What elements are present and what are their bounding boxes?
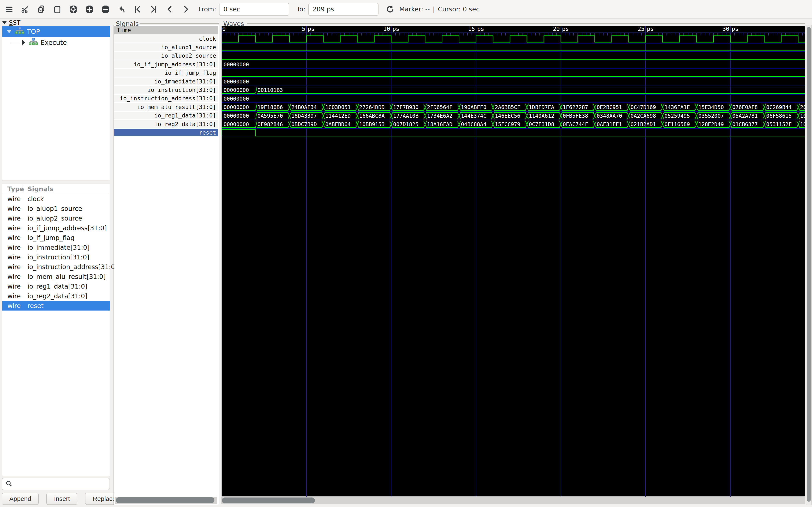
- svg-text:25: 25: [638, 26, 645, 32]
- table-row-io_aluop2_source[interactable]: wireio_aluop2_source: [2, 213, 110, 223]
- signal-row-io_immediate[interactable]: io_immediate[31:0]: [114, 77, 218, 86]
- svg-text:00000000: 00000000: [223, 104, 249, 110]
- go-last-button[interactable]: [148, 4, 159, 14]
- table-row-io_reg1_data[31:0][interactable]: wireio_reg1_data[31:0]: [2, 281, 110, 291]
- to-input[interactable]: [308, 3, 378, 16]
- column-header-type: Type: [2, 185, 22, 193]
- signal-row-io_if_jump_address[interactable]: io_if_jump_address[31:0]: [114, 60, 218, 68]
- collapse-triangle-icon[interactable]: [2, 21, 7, 24]
- tree-node-top[interactable]: TOP: [2, 26, 110, 37]
- signal-row-io_mem_alu_result[interactable]: io_mem_alu_result[31:0]: [114, 103, 218, 111]
- signal-table: Type Signals wireclockwireio_aluop1_sour…: [2, 184, 110, 476]
- signals-hscrollbar[interactable]: [115, 497, 217, 504]
- svg-text:128E2D49: 128E2D49: [699, 121, 724, 127]
- zoom-out-button[interactable]: [100, 4, 111, 14]
- svg-text:26C: 26C: [800, 104, 805, 110]
- svg-text:15E34D50: 15E34D50: [699, 104, 724, 110]
- cell-signal-name: io_instruction[31:0]: [22, 253, 90, 261]
- svg-text:1DBFD7EA: 1DBFD7EA: [529, 104, 554, 110]
- svg-text:0C269B44: 0C269B44: [766, 104, 792, 110]
- signals-panel: Time clockio_aluop1_sourceio_aluop2_sour…: [113, 25, 219, 505]
- cell-type: wire: [2, 244, 22, 251]
- svg-text:2A6BB5CF: 2A6BB5CF: [495, 104, 520, 110]
- svg-text:0FAC744F: 0FAC744F: [563, 121, 588, 127]
- tree-node-execute[interactable]: Execute: [2, 37, 110, 48]
- expander-open-icon[interactable]: [7, 30, 12, 33]
- marker-status: Marker: --: [399, 5, 430, 13]
- svg-text:0AE31EE1: 0AE31EE1: [597, 121, 622, 127]
- svg-text:5: 5: [302, 26, 305, 32]
- svg-text:00000000: 00000000: [223, 61, 249, 68]
- zoom-fit-button[interactable]: [68, 4, 79, 14]
- svg-text:24B0AF34: 24B0AF34: [291, 104, 317, 110]
- signal-row-io_reg2_data[interactable]: io_reg2_data[31:0]: [114, 120, 218, 128]
- search-box[interactable]: [2, 478, 110, 490]
- svg-text:0F982846: 0F982846: [257, 121, 283, 127]
- step-forward-button[interactable]: [181, 4, 191, 14]
- copy-button[interactable]: [36, 4, 47, 14]
- table-row-io_instruction_address[31:0][interactable]: wireio_instruction_address[31:0]: [2, 262, 110, 272]
- table-row-io_reg2_data[31:0][interactable]: wireio_reg2_data[31:0]: [2, 291, 110, 301]
- svg-text:15: 15: [468, 26, 475, 32]
- from-input[interactable]: [219, 3, 289, 16]
- svg-text:0348AA70: 0348AA70: [597, 113, 622, 119]
- signals-hscrollbar-thumb[interactable]: [116, 497, 214, 503]
- table-row-io_instruction[31:0][interactable]: wireio_instruction[31:0]: [2, 252, 110, 262]
- signal-row-io_aluop2_source[interactable]: io_aluop2_source: [114, 52, 218, 60]
- reload-button[interactable]: [385, 4, 395, 14]
- svg-text:ps: ps: [732, 26, 739, 32]
- zoom-in-button[interactable]: [84, 4, 95, 14]
- cut-button[interactable]: [20, 4, 31, 14]
- waves-canvas[interactable]: 05ps10ps15ps20ps25ps30ps0000000000000000…: [221, 26, 805, 496]
- table-row-io_aluop1_source[interactable]: wireio_aluop1_source: [2, 204, 110, 213]
- signal-row-reset[interactable]: reset: [114, 129, 218, 137]
- insert-button[interactable]: Insert: [46, 493, 78, 505]
- svg-text:0C47D169: 0C47D169: [630, 104, 656, 110]
- table-row-clock[interactable]: wireclock: [2, 194, 110, 204]
- signal-row-clock[interactable]: clock: [114, 35, 218, 43]
- go-first-button[interactable]: [133, 4, 143, 14]
- table-row-io_mem_alu_result[31:0][interactable]: wireio_mem_alu_result[31:0]: [2, 272, 110, 281]
- waves-hscrollbar-thumb[interactable]: [222, 498, 315, 503]
- waves-hscrollbar[interactable]: [221, 497, 805, 504]
- search-input[interactable]: [13, 481, 109, 488]
- svg-text:2FD6564F: 2FD6564F: [427, 104, 452, 110]
- signal-row-io_aluop1_source[interactable]: io_aluop1_source: [114, 43, 218, 51]
- signal-row-io_if_jump_flag[interactable]: io_if_jump_flag: [114, 69, 218, 77]
- waves-frame-label: Waves: [223, 20, 244, 27]
- svg-text:19F186B6: 19F186B6: [257, 104, 283, 110]
- to-label: To:: [297, 5, 305, 13]
- paste-button[interactable]: [52, 4, 63, 14]
- table-row-reset[interactable]: wirereset: [2, 301, 110, 311]
- sst-header[interactable]: SST: [2, 19, 20, 26]
- waves-vscrollbar-thumb[interactable]: [807, 27, 811, 502]
- menu-button[interactable]: [4, 4, 14, 14]
- signal-row-io_instruction_address[interactable]: io_instruction_address[31:0]: [114, 95, 218, 103]
- svg-text:ps: ps: [562, 26, 569, 32]
- svg-text:105: 105: [800, 113, 805, 119]
- svg-text:04BC88A4: 04BC88A4: [461, 121, 486, 127]
- cell-signal-name: io_instruction_address[31:0]: [22, 263, 117, 271]
- svg-text:1734E6A2: 1734E6A2: [427, 113, 452, 119]
- table-row-io_if_jump_address[31:0][interactable]: wireio_if_jump_address[31:0]: [2, 223, 110, 233]
- signals-frame-label: Signals: [116, 20, 139, 27]
- cursor-status: Cursor: 0 sec: [438, 5, 479, 13]
- step-back-button[interactable]: [164, 4, 175, 14]
- signal-row-io_reg1_data[interactable]: io_reg1_data[31:0]: [114, 112, 218, 120]
- table-row-io_if_jump_flag[interactable]: wireio_if_jump_flag: [2, 233, 110, 242]
- waves-vscrollbar[interactable]: [806, 25, 812, 505]
- append-button[interactable]: Append: [2, 493, 39, 505]
- status-separator: |: [433, 5, 435, 13]
- svg-text:166ABC8A: 166ABC8A: [359, 113, 385, 119]
- zoom-undo-button[interactable]: [116, 4, 127, 14]
- svg-text:0F116589: 0F116589: [664, 121, 690, 127]
- expander-closed-icon[interactable]: [22, 40, 26, 45]
- cell-signal-name: reset: [22, 302, 44, 309]
- signal-row-io_instruction[interactable]: io_instruction[31:0]: [114, 86, 218, 94]
- cell-type: wire: [2, 195, 22, 203]
- cell-type: wire: [2, 253, 22, 261]
- svg-text:0ABFBD64: 0ABFBD64: [325, 121, 351, 127]
- table-row-io_immediate[31:0][interactable]: wireio_immediate[31:0]: [2, 242, 110, 252]
- cell-type: wire: [2, 234, 22, 241]
- svg-text:0A595E70: 0A595E70: [257, 113, 283, 119]
